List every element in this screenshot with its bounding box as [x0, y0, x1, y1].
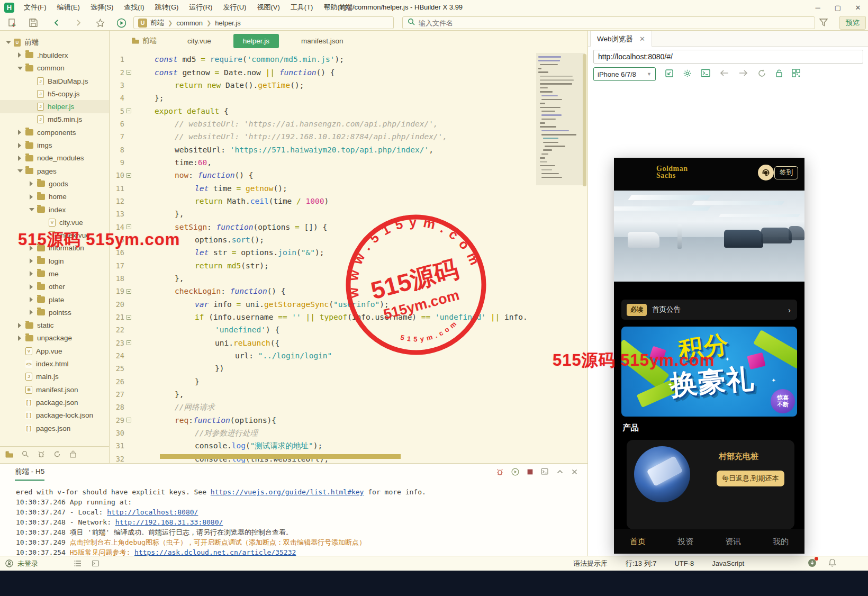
code-line-29[interactable]: 29req:function(options){: [110, 414, 587, 427]
tree-expander-icon[interactable]: [5, 40, 11, 45]
forward-icon[interactable]: [73, 17, 84, 29]
tree-item-main.js[interactable]: Jmain.js: [0, 371, 110, 383]
preview-button[interactable]: 预览: [839, 16, 866, 30]
phone-tab-首页[interactable]: 首页: [614, 537, 662, 547]
fold-marker-icon[interactable]: [124, 289, 133, 294]
code-area[interactable]: 1const md5 = require('common/md5.min.js'…: [110, 53, 587, 463]
open-external-icon[interactable]: [665, 69, 674, 80]
tree-expander-icon[interactable]: [29, 310, 34, 315]
console-tab[interactable]: 前端 - H5: [15, 467, 44, 481]
status-item-2[interactable]: UTF-8: [674, 559, 694, 567]
status-item-3[interactable]: JavaScript: [712, 559, 744, 567]
browser-tab[interactable]: Web浏览器 ✕: [590, 31, 652, 47]
breadcrumb-item[interactable]: common: [176, 19, 203, 27]
file-search-box[interactable]: [402, 16, 815, 29]
tree-expander-icon[interactable]: [29, 271, 34, 276]
code-line-28[interactable]: 28//网络请求: [110, 401, 587, 413]
status-item-0[interactable]: 语法提示库: [573, 559, 608, 568]
code-line-11[interactable]: 11let time = getnow();: [110, 182, 587, 194]
code-line-12[interactable]: 12return Math.ceil(time / 1000): [110, 195, 587, 207]
menu-item-2[interactable]: 选择(S): [85, 0, 119, 15]
tree-expander-icon[interactable]: [29, 284, 34, 290]
tree-expander-icon[interactable]: [17, 66, 22, 71]
fold-marker-icon[interactable]: [124, 173, 133, 178]
fold-marker-icon[interactable]: [124, 109, 133, 113]
console-open-icon[interactable]: [701, 69, 710, 79]
fold-marker-icon[interactable]: [124, 340, 133, 345]
tree-expander-icon[interactable]: [17, 323, 22, 328]
tree-item-helper.js[interactable]: Jhelper.js: [0, 100, 110, 113]
login-status[interactable]: 未登录: [5, 559, 100, 568]
tree-expander-icon[interactable]: [29, 297, 34, 302]
console-link[interactable]: https://vuejs.org/guide/list.html#key: [211, 488, 364, 496]
menu-item-0[interactable]: 文件(F): [19, 0, 52, 15]
code-line-4[interactable]: 4};: [110, 92, 587, 104]
run-icon[interactable]: [115, 17, 127, 29]
lock-icon[interactable]: [775, 69, 783, 80]
close-button[interactable]: ✕: [848, 0, 868, 15]
breadcrumb-item[interactable]: 前端: [150, 18, 164, 28]
menu-item-5[interactable]: 运行(R): [184, 0, 218, 15]
editor-tab-helper.js[interactable]: helper.js: [233, 34, 279, 48]
outline-list-icon[interactable]: [74, 560, 82, 567]
editor-project-label[interactable]: 前端: [132, 36, 157, 46]
code-line-30[interactable]: 30//对参数进行处理: [110, 427, 587, 439]
code-line-8[interactable]: 8websiteUrl: 'https://571.haiwaiym20.top…: [110, 143, 587, 156]
tree-expander-icon[interactable]: [17, 168, 22, 174]
menu-item-4[interactable]: 跳转(G): [150, 0, 184, 15]
menu-item-1[interactable]: 编辑(E): [52, 0, 85, 15]
code-line-14[interactable]: 14setSign: function(options = []) {: [110, 220, 587, 233]
code-line-25[interactable]: 25}): [110, 362, 587, 375]
code-line-6[interactable]: 6// websiteUrl: 'https://ai.hansengzn.co…: [110, 118, 587, 130]
notice-bar[interactable]: 必读 首页公告 ›: [621, 300, 797, 320]
tree-item-App.vue[interactable]: VApp.vue: [0, 345, 110, 357]
tree-item-pointss[interactable]: pointss: [0, 306, 110, 319]
device-selector[interactable]: iPhone 6/7/8▼: [593, 67, 656, 81]
menu-item-7[interactable]: 视图(V): [251, 0, 285, 15]
code-line-26[interactable]: 26}: [110, 375, 587, 388]
tree-item-pages.json[interactable]: [ ]pages.json: [0, 422, 110, 435]
tree-expander-icon[interactable]: [17, 336, 22, 341]
qr-code-icon[interactable]: [792, 69, 800, 79]
tree-item-other[interactable]: other: [0, 281, 110, 293]
code-line-7[interactable]: 7// websiteUrl: 'http://192.168.10.102:8…: [110, 130, 587, 143]
code-line-10[interactable]: 10now: function() {: [110, 169, 587, 182]
tree-item-common[interactable]: common: [0, 62, 110, 75]
vertical-scrollbar[interactable]: [583, 54, 586, 186]
search-input[interactable]: [419, 19, 736, 27]
horizontal-scrollbar[interactable]: [160, 454, 401, 459]
tree-expander-icon[interactable]: [29, 207, 34, 212]
files-panel-icon[interactable]: [5, 450, 13, 460]
tree-item-index[interactable]: index: [0, 203, 110, 216]
checkin-button[interactable]: 签到: [774, 166, 798, 179]
menu-item-6[interactable]: 发行(U): [218, 0, 251, 15]
tree-item-node_modules[interactable]: node_modules: [0, 152, 110, 165]
fold-marker-icon[interactable]: [124, 224, 133, 229]
tree-item-h5-copy.js[interactable]: Jh5-copy.js: [0, 87, 110, 100]
status-item-1[interactable]: 行:13 列:7: [626, 559, 657, 568]
new-file-icon[interactable]: [6, 17, 18, 29]
console-link[interactable]: https://ask.dcloud.net.cn/article/35232: [134, 548, 296, 556]
tree-item-plate[interactable]: plate: [0, 293, 110, 306]
tree-item-unpackage[interactable]: unpackage: [0, 332, 110, 345]
tree-item-components[interactable]: components: [0, 126, 110, 139]
tree-item-me[interactable]: me: [0, 267, 110, 280]
save-icon[interactable]: [28, 17, 39, 29]
editor-tab-manifest.json[interactable]: manifest.json: [292, 34, 353, 48]
tree-item-index.vue[interactable]: Vindex.vue: [0, 229, 110, 241]
code-line-21[interactable]: 21if (info.username == '' || typeof(info…: [110, 311, 587, 323]
nav-refresh-icon[interactable]: [757, 69, 766, 80]
fold-marker-icon[interactable]: [124, 315, 133, 320]
tree-expander-icon[interactable]: [17, 130, 22, 135]
tree-item-package-lock.json[interactable]: [ ]package-lock.json: [0, 409, 110, 422]
code-line-31[interactable]: 31console.log("测试请求的地址");: [110, 439, 587, 452]
tree-item-package.json[interactable]: [ ]package.json: [0, 396, 110, 409]
tree-expander-icon[interactable]: [17, 156, 22, 161]
code-line-17[interactable]: 17return md5(str);: [110, 259, 587, 272]
code-line-15[interactable]: 15options.sort();: [110, 233, 587, 246]
tree-item-前端[interactable]: U前端: [0, 36, 110, 49]
nav-back-icon[interactable]: [719, 69, 729, 79]
browser-tab-close-icon[interactable]: ✕: [639, 35, 645, 43]
close-console-icon[interactable]: [571, 468, 578, 478]
update-icon[interactable]: [808, 558, 817, 569]
